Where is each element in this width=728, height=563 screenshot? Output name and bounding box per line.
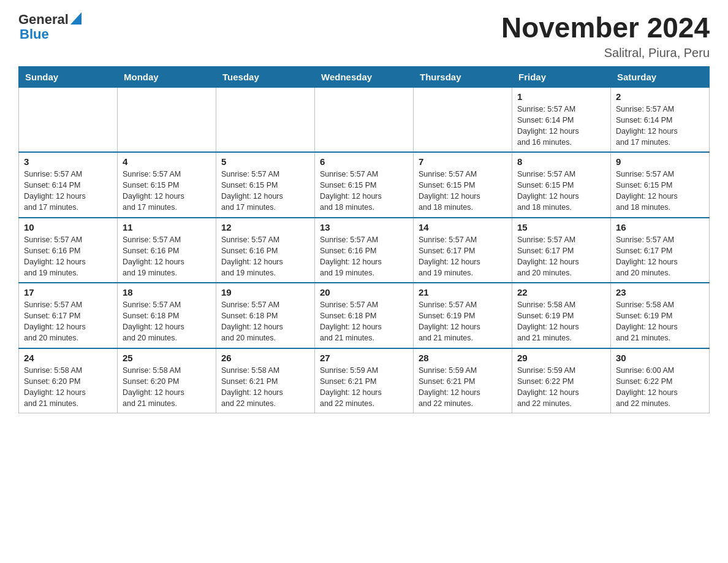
calendar-cell: 29Sunrise: 5:59 AM Sunset: 6:22 PM Dayli… (512, 348, 611, 413)
day-info: Sunrise: 5:57 AM Sunset: 6:17 PM Dayligh… (24, 299, 112, 344)
calendar-cell: 24Sunrise: 5:58 AM Sunset: 6:20 PM Dayli… (19, 348, 118, 413)
day-info: Sunrise: 5:57 AM Sunset: 6:15 PM Dayligh… (123, 169, 211, 213)
day-info: Sunrise: 5:57 AM Sunset: 6:16 PM Dayligh… (320, 234, 408, 279)
calendar-cell: 2Sunrise: 5:57 AM Sunset: 6:14 PM Daylig… (611, 87, 710, 152)
calendar-cell: 22Sunrise: 5:58 AM Sunset: 6:19 PM Dayli… (512, 283, 611, 348)
logo-general: General (18, 12, 69, 27)
day-number: 28 (419, 353, 507, 363)
page-header: General Blue November 2024 Salitral, Piu… (18, 12, 710, 60)
day-info: Sunrise: 5:58 AM Sunset: 6:19 PM Dayligh… (517, 299, 605, 344)
calendar-cell: 21Sunrise: 5:57 AM Sunset: 6:19 PM Dayli… (414, 283, 512, 348)
day-number: 16 (616, 222, 704, 232)
day-number: 10 (24, 222, 112, 232)
day-number: 7 (419, 156, 507, 167)
day-info: Sunrise: 5:57 AM Sunset: 6:18 PM Dayligh… (123, 299, 211, 344)
calendar-cell: 25Sunrise: 5:58 AM Sunset: 6:20 PM Dayli… (118, 348, 216, 413)
calendar-cell: 9Sunrise: 5:57 AM Sunset: 6:15 PM Daylig… (611, 152, 710, 218)
logo: General Blue (18, 12, 82, 42)
day-info: Sunrise: 5:57 AM Sunset: 6:18 PM Dayligh… (221, 299, 309, 344)
calendar-cell: 16Sunrise: 5:57 AM Sunset: 6:17 PM Dayli… (611, 218, 710, 283)
day-number: 25 (123, 353, 211, 363)
day-number: 27 (320, 353, 408, 363)
day-number: 26 (221, 353, 309, 363)
calendar-cell: 18Sunrise: 5:57 AM Sunset: 6:18 PM Dayli… (118, 283, 216, 348)
day-number: 4 (123, 156, 211, 167)
calendar-week-row: 24Sunrise: 5:58 AM Sunset: 6:20 PM Dayli… (19, 348, 710, 413)
day-number: 1 (517, 91, 605, 102)
calendar-header-monday: Monday (118, 66, 216, 87)
day-number: 17 (24, 287, 112, 297)
calendar-cell: 17Sunrise: 5:57 AM Sunset: 6:17 PM Dayli… (19, 283, 118, 348)
calendar-subtitle: Salitral, Piura, Peru (501, 46, 710, 60)
day-info: Sunrise: 5:57 AM Sunset: 6:18 PM Dayligh… (320, 299, 408, 344)
day-info: Sunrise: 5:57 AM Sunset: 6:17 PM Dayligh… (616, 234, 704, 279)
calendar-cell: 8Sunrise: 5:57 AM Sunset: 6:15 PM Daylig… (512, 152, 611, 218)
calendar-week-row: 3Sunrise: 5:57 AM Sunset: 6:14 PM Daylig… (19, 152, 710, 218)
day-number: 30 (616, 353, 704, 363)
day-number: 22 (517, 287, 605, 297)
svg-marker-0 (70, 12, 82, 25)
calendar-header-thursday: Thursday (414, 66, 512, 87)
day-number: 2 (616, 91, 704, 102)
day-info: Sunrise: 5:57 AM Sunset: 6:16 PM Dayligh… (24, 234, 112, 279)
calendar-cell: 3Sunrise: 5:57 AM Sunset: 6:14 PM Daylig… (19, 152, 118, 218)
day-info: Sunrise: 6:00 AM Sunset: 6:22 PM Dayligh… (616, 365, 704, 410)
day-number: 13 (320, 222, 408, 232)
calendar-table: SundayMondayTuesdayWednesdayThursdayFrid… (18, 66, 710, 414)
day-info: Sunrise: 5:59 AM Sunset: 6:21 PM Dayligh… (419, 365, 507, 410)
day-number: 9 (616, 156, 704, 167)
day-info: Sunrise: 5:58 AM Sunset: 6:20 PM Dayligh… (123, 365, 211, 410)
calendar-cell: 30Sunrise: 6:00 AM Sunset: 6:22 PM Dayli… (611, 348, 710, 413)
day-info: Sunrise: 5:57 AM Sunset: 6:15 PM Dayligh… (320, 169, 408, 213)
day-info: Sunrise: 5:59 AM Sunset: 6:21 PM Dayligh… (320, 365, 408, 410)
calendar-week-row: 17Sunrise: 5:57 AM Sunset: 6:17 PM Dayli… (19, 283, 710, 348)
calendar-cell: 10Sunrise: 5:57 AM Sunset: 6:16 PM Dayli… (19, 218, 118, 283)
calendar-cell: 1Sunrise: 5:57 AM Sunset: 6:14 PM Daylig… (512, 87, 611, 152)
day-info: Sunrise: 5:57 AM Sunset: 6:15 PM Dayligh… (517, 169, 605, 213)
calendar-cell (118, 87, 216, 152)
calendar-cell: 20Sunrise: 5:57 AM Sunset: 6:18 PM Dayli… (315, 283, 414, 348)
day-number: 8 (517, 156, 605, 167)
day-info: Sunrise: 5:57 AM Sunset: 6:14 PM Dayligh… (517, 104, 605, 148)
calendar-week-row: 1Sunrise: 5:57 AM Sunset: 6:14 PM Daylig… (19, 87, 710, 152)
title-area: November 2024 Salitral, Piura, Peru (501, 12, 710, 60)
calendar-cell: 11Sunrise: 5:57 AM Sunset: 6:16 PM Dayli… (118, 218, 216, 283)
day-number: 23 (616, 287, 704, 297)
day-info: Sunrise: 5:58 AM Sunset: 6:21 PM Dayligh… (221, 365, 309, 410)
day-info: Sunrise: 5:57 AM Sunset: 6:17 PM Dayligh… (517, 234, 605, 279)
day-number: 19 (221, 287, 309, 297)
calendar-cell: 13Sunrise: 5:57 AM Sunset: 6:16 PM Dayli… (315, 218, 414, 283)
day-number: 15 (517, 222, 605, 232)
calendar-cell (414, 87, 512, 152)
day-number: 29 (517, 353, 605, 363)
logo-triangle-icon (70, 12, 82, 25)
day-number: 11 (123, 222, 211, 232)
calendar-cell (19, 87, 118, 152)
day-info: Sunrise: 5:57 AM Sunset: 6:16 PM Dayligh… (123, 234, 211, 279)
calendar-header-friday: Friday (512, 66, 611, 87)
calendar-cell: 4Sunrise: 5:57 AM Sunset: 6:15 PM Daylig… (118, 152, 216, 218)
calendar-cell: 6Sunrise: 5:57 AM Sunset: 6:15 PM Daylig… (315, 152, 414, 218)
day-info: Sunrise: 5:57 AM Sunset: 6:16 PM Dayligh… (221, 234, 309, 279)
day-info: Sunrise: 5:57 AM Sunset: 6:15 PM Dayligh… (221, 169, 309, 213)
day-number: 21 (419, 287, 507, 297)
day-number: 6 (320, 156, 408, 167)
day-info: Sunrise: 5:57 AM Sunset: 6:14 PM Dayligh… (24, 169, 112, 213)
day-info: Sunrise: 5:58 AM Sunset: 6:19 PM Dayligh… (616, 299, 704, 344)
day-info: Sunrise: 5:57 AM Sunset: 6:15 PM Dayligh… (616, 169, 704, 213)
calendar-cell: 15Sunrise: 5:57 AM Sunset: 6:17 PM Dayli… (512, 218, 611, 283)
day-info: Sunrise: 5:59 AM Sunset: 6:22 PM Dayligh… (517, 365, 605, 410)
day-number: 3 (24, 156, 112, 167)
calendar-cell: 19Sunrise: 5:57 AM Sunset: 6:18 PM Dayli… (216, 283, 315, 348)
calendar-title: November 2024 (501, 12, 710, 44)
calendar-cell: 23Sunrise: 5:58 AM Sunset: 6:19 PM Dayli… (611, 283, 710, 348)
calendar-cell: 12Sunrise: 5:57 AM Sunset: 6:16 PM Dayli… (216, 218, 315, 283)
day-number: 12 (221, 222, 309, 232)
calendar-week-row: 10Sunrise: 5:57 AM Sunset: 6:16 PM Dayli… (19, 218, 710, 283)
day-info: Sunrise: 5:57 AM Sunset: 6:14 PM Dayligh… (616, 104, 704, 148)
calendar-cell: 7Sunrise: 5:57 AM Sunset: 6:15 PM Daylig… (414, 152, 512, 218)
day-info: Sunrise: 5:57 AM Sunset: 6:17 PM Dayligh… (419, 234, 507, 279)
calendar-cell: 28Sunrise: 5:59 AM Sunset: 6:21 PM Dayli… (414, 348, 512, 413)
day-number: 18 (123, 287, 211, 297)
day-info: Sunrise: 5:57 AM Sunset: 6:15 PM Dayligh… (419, 169, 507, 213)
